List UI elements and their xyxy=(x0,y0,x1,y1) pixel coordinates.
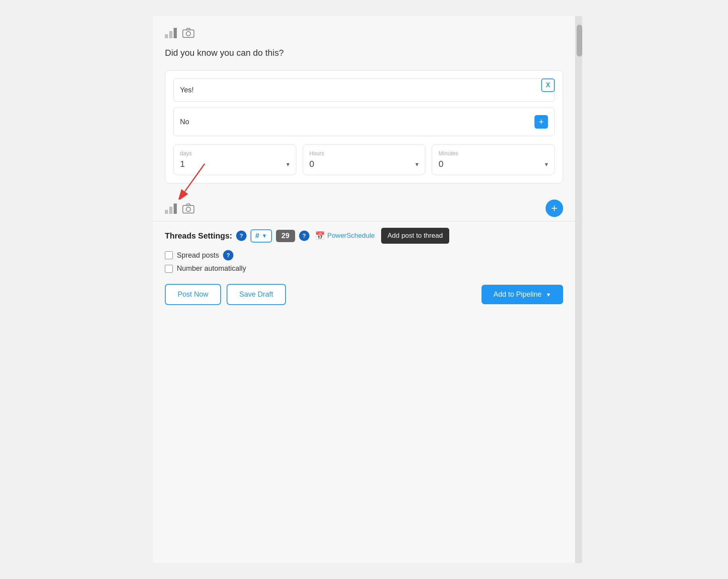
svg-point-5 xyxy=(186,207,191,211)
scrollbar-thumb[interactable] xyxy=(577,25,582,57)
save-draft-button[interactable]: Save Draft xyxy=(227,284,286,305)
threads-settings-bar: Threads Settings: ? # ▼ 29 ? 📅 PowerSche… xyxy=(153,221,575,248)
spread-posts-row: Spread posts ? xyxy=(165,250,563,260)
spread-posts-help-icon[interactable]: ? xyxy=(223,250,233,260)
red-arrow-icon xyxy=(173,160,221,200)
add-to-pipeline-label: Add to Pipeline xyxy=(493,290,542,299)
hours-chevron-icon[interactable]: ▾ xyxy=(415,160,419,168)
time-pickers: days 1 ▾ Hours 0 ▾ Minutes 0 xyxy=(173,144,555,175)
hash-dropdown[interactable]: # ▼ xyxy=(250,229,272,243)
number-auto-row: Number automatically xyxy=(165,264,563,273)
minutes-value: 0 xyxy=(438,159,443,169)
post-input-yes[interactable]: Yes! xyxy=(173,78,555,102)
minutes-chevron-icon[interactable]: ▾ xyxy=(545,160,548,168)
threads-help-icon[interactable]: ? xyxy=(236,231,247,241)
threads-settings-label: Threads Settings: xyxy=(165,231,232,241)
spread-posts-label: Spread posts xyxy=(177,251,219,260)
add-to-pipeline-button[interactable]: Add to Pipeline ▼ xyxy=(481,285,563,304)
bottom-bar-chart-icon xyxy=(165,203,177,214)
spread-posts-checkbox[interactable] xyxy=(165,251,173,259)
power-schedule-link[interactable]: 📅 PowerSchedule xyxy=(315,231,375,241)
power-schedule-label: PowerSchedule xyxy=(327,232,375,240)
hours-value: 0 xyxy=(309,159,314,169)
camera-icon[interactable] xyxy=(182,27,194,38)
days-label: days xyxy=(180,150,290,156)
bottom-buttons: Post Now Save Draft Add to Pipeline ▼ xyxy=(153,276,575,317)
hash-symbol: # xyxy=(255,232,259,240)
hash-chevron-icon: ▼ xyxy=(262,233,267,239)
main-container: Did you know you can do this? X Yes! No … xyxy=(153,16,575,563)
days-chevron-icon[interactable]: ▾ xyxy=(286,160,290,168)
hours-label: Hours xyxy=(309,150,419,156)
bottom-icons-section: + xyxy=(153,196,575,221)
bar-chart-icon xyxy=(165,27,177,38)
thread-count-badge: 29 xyxy=(276,230,295,242)
number-auto-label: Number automatically xyxy=(177,264,246,273)
add-post-button[interactable]: + xyxy=(534,115,548,129)
add-post-circle-button[interactable]: + xyxy=(546,200,563,217)
post-row-no: No + xyxy=(173,108,555,136)
scrollbar-track[interactable] xyxy=(575,16,582,563)
post-text-no: No xyxy=(180,118,189,126)
checkboxes-area: Spread posts ? Number automatically xyxy=(153,248,575,276)
top-icons-row xyxy=(153,16,575,44)
pipeline-caret-icon: ▼ xyxy=(546,291,551,298)
page-wrapper: Did you know you can do this? X Yes! No … xyxy=(0,0,728,579)
question-text: Did you know you can do this? xyxy=(153,44,575,70)
minutes-picker[interactable]: Minutes 0 ▾ xyxy=(432,144,555,175)
thread-count-help-icon[interactable]: ? xyxy=(299,231,309,241)
number-auto-checkbox[interactable] xyxy=(165,265,173,273)
svg-rect-0 xyxy=(183,30,194,37)
add-post-to-thread-tooltip: Add post to thread xyxy=(381,228,449,244)
minutes-label: Minutes xyxy=(438,150,548,156)
svg-rect-4 xyxy=(183,205,194,213)
thread-card: X Yes! No + days 1 ▾ Hou xyxy=(165,70,563,184)
svg-line-3 xyxy=(185,164,205,192)
calendar-icon: 📅 xyxy=(315,231,325,241)
post-now-button[interactable]: Post Now xyxy=(165,284,221,305)
svg-point-1 xyxy=(186,31,191,36)
hours-picker[interactable]: Hours 0 ▾ xyxy=(303,144,426,175)
bottom-camera-icon[interactable] xyxy=(182,203,194,213)
close-button[interactable]: X xyxy=(541,78,555,92)
